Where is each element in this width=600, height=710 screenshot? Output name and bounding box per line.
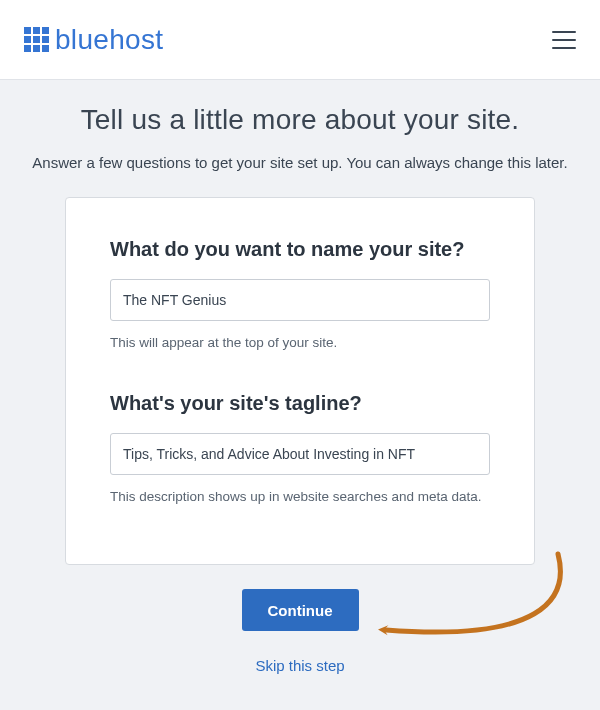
header-bar: bluehost (0, 0, 600, 80)
site-name-input[interactable] (110, 279, 490, 321)
site-name-group: What do you want to name your site? This… (110, 238, 490, 350)
page-subtitle: Answer a few questions to get your site … (20, 154, 580, 171)
form-card: What do you want to name your site? This… (65, 197, 535, 565)
skip-step-link[interactable]: Skip this step (20, 657, 580, 674)
tagline-group: What's your site's tagline? This descrip… (110, 392, 490, 504)
main-content: Tell us a little more about your site. A… (0, 80, 600, 674)
tagline-label: What's your site's tagline? (110, 392, 490, 415)
hamburger-menu-icon[interactable] (552, 31, 576, 49)
tagline-input[interactable] (110, 433, 490, 475)
page-title: Tell us a little more about your site. (20, 104, 580, 136)
tagline-helper: This description shows up in website sea… (110, 489, 490, 504)
brand-logo[interactable]: bluehost (24, 24, 163, 56)
site-name-helper: This will appear at the top of your site… (110, 335, 490, 350)
site-name-label: What do you want to name your site? (110, 238, 490, 261)
brand-name: bluehost (55, 24, 163, 56)
continue-button[interactable]: Continue (242, 589, 359, 631)
grid-icon (24, 27, 49, 52)
